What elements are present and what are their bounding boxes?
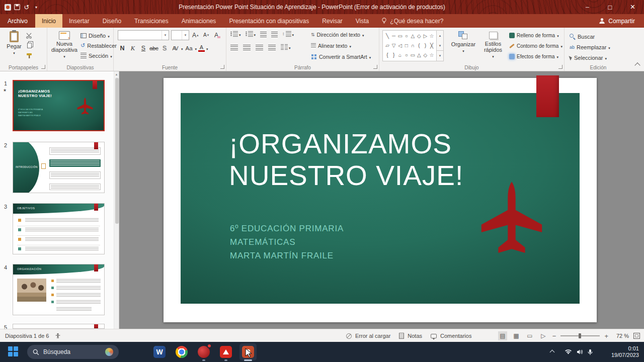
shape-line[interactable] (384, 32, 390, 40)
numbering-button[interactable] (246, 31, 256, 37)
tab-animaciones[interactable]: Animaciones (175, 14, 223, 28)
font-color-button[interactable]: A (198, 45, 205, 52)
shape-oval-2[interactable] (404, 51, 410, 59)
shape-diamond-2[interactable] (422, 51, 428, 59)
tray-chevron-icon[interactable] (549, 349, 554, 354)
clear-format-button[interactable]: A (214, 30, 218, 40)
shrink-font-button[interactable]: A▾ (203, 30, 209, 40)
shapes-gallery[interactable] (382, 30, 437, 61)
shapes-scroll-down[interactable] (437, 41, 443, 51)
tellme-search[interactable]: ¿Qué desea hacer? (375, 14, 449, 28)
scrollbar-up-arrow[interactable] (114, 71, 119, 77)
microphone-icon[interactable] (588, 349, 593, 355)
volume-icon[interactable] (577, 349, 583, 355)
zoom-out-button[interactable]: − (552, 332, 556, 340)
shape-paren-open[interactable] (416, 42, 422, 50)
grow-font-button[interactable]: A▴ (192, 30, 199, 40)
shape-arc[interactable] (410, 42, 416, 50)
load-error-text[interactable]: Error al cargar (355, 333, 390, 339)
maximize-button[interactable] (599, 0, 621, 14)
align-left-button[interactable] (230, 45, 238, 50)
slide-page[interactable]: ¡ORGANIZAMOS NUESTRO VIAJE! 6º EDUCACIÓN… (164, 78, 597, 322)
find-button[interactable]: Buscar (570, 32, 595, 41)
underline-button[interactable]: S (139, 43, 148, 53)
slide-thumbnail-3[interactable]: OBJETIVOS (13, 203, 105, 254)
tab-presentacion[interactable]: Presentación con diapositivas (222, 14, 315, 28)
change-case-button[interactable]: Aa (185, 43, 194, 53)
align-center-button[interactable] (243, 45, 251, 50)
normal-view-button[interactable] (498, 331, 507, 340)
new-slide-button[interactable]: * Nueva diapositiva (50, 30, 78, 59)
font-size-combo[interactable] (171, 30, 189, 40)
undo-icon[interactable] (23, 2, 31, 13)
wifi-icon[interactable] (565, 349, 572, 355)
save-icon[interactable] (13, 2, 21, 13)
slide-thumbnail-4[interactable]: ORGANIZACIÓN (13, 264, 105, 315)
taskbar-clock[interactable]: 0:01 19/07/2023 (611, 345, 639, 358)
shape-oval[interactable] (404, 32, 410, 40)
line-spacing-button[interactable] (282, 31, 294, 37)
font-name-caret[interactable] (162, 31, 169, 40)
airplane-icon[interactable] (476, 179, 547, 256)
word-taskbar-button[interactable] (151, 343, 168, 360)
shape-brace-close[interactable] (391, 51, 397, 59)
clipboard-dialog-launcher[interactable] (41, 65, 45, 69)
copy-button[interactable] (26, 41, 32, 50)
shape-star[interactable] (429, 32, 435, 40)
comments-button[interactable]: Comentarios (440, 333, 471, 339)
shape-brace-open[interactable] (384, 51, 390, 59)
columns-button[interactable] (281, 44, 291, 50)
decrease-indent-button[interactable] (260, 32, 267, 37)
slide-thumbnail-5[interactable] (13, 324, 105, 329)
italic-button[interactable]: K (128, 43, 137, 53)
shape-star-2[interactable] (429, 51, 435, 59)
chrome-taskbar-button[interactable] (173, 343, 190, 360)
slide-background[interactable]: ¡ORGANIZAMOS NUESTRO VIAJE! 6º EDUCACIÓN… (181, 93, 580, 304)
shape-paren-close[interactable] (422, 42, 428, 50)
shape-fill-button[interactable]: Relleno de forma (509, 31, 559, 40)
shapes-more-button[interactable] (437, 50, 443, 61)
section-button[interactable]: Sección (80, 51, 112, 60)
tab-archivo[interactable]: Archivo (0, 14, 35, 28)
shape-rect[interactable] (397, 32, 403, 40)
slide-canvas[interactable]: ¡ORGANIZAMOS NUESTRO VIAJE! 6º EDUCACIÓN… (120, 71, 644, 329)
shape-square[interactable] (404, 42, 410, 50)
shape-rect-2[interactable] (410, 51, 416, 59)
zoom-slider[interactable] (560, 335, 600, 336)
share-button[interactable]: Compartir (590, 14, 644, 28)
font-dialog-launcher[interactable] (220, 65, 224, 69)
shape-cross[interactable] (429, 42, 435, 50)
align-right-button[interactable] (256, 45, 263, 50)
minimize-button[interactable] (576, 0, 599, 14)
search-highlight-icon[interactable] (105, 348, 113, 356)
text-shadow-button[interactable]: S (160, 43, 169, 53)
fit-slide-button[interactable] (633, 333, 640, 339)
reading-view-button[interactable] (525, 331, 534, 340)
text-direction-button[interactable]: Dirección del texto (311, 30, 364, 39)
replace-button[interactable]: Reemplazar (570, 42, 610, 52)
bullets-button[interactable] (230, 31, 241, 37)
strikethrough-button[interactable]: abc (149, 43, 158, 53)
tab-diseno[interactable]: Diseño (96, 14, 128, 28)
zoom-in-button[interactable]: + (604, 332, 608, 340)
slide-sorter-view-button[interactable] (512, 331, 521, 340)
shape-triangle-2[interactable] (416, 51, 422, 59)
shape-triangle-down[interactable] (391, 42, 397, 50)
format-painter-button[interactable] (26, 51, 33, 60)
shape-hline[interactable] (391, 32, 397, 40)
notes-button[interactable]: Notas (408, 333, 422, 339)
accessibility-icon[interactable] (55, 333, 61, 339)
font-size-caret[interactable] (182, 31, 189, 40)
align-text-button[interactable]: Alinear texto (311, 41, 351, 50)
acrobat-taskbar-button[interactable] (217, 343, 234, 360)
app-icon[interactable] (4, 2, 12, 13)
character-spacing-button[interactable]: AV (171, 43, 180, 53)
tab-transiciones[interactable]: Transiciones (128, 14, 175, 28)
slide-title[interactable]: ¡ORGANIZAMOS NUESTRO VIAJE! (229, 128, 463, 192)
shape-outline-button[interactable]: Contorno de forma (509, 41, 562, 51)
shape-arrow[interactable] (422, 32, 428, 40)
font-name-combo[interactable] (118, 30, 169, 40)
justify-button[interactable] (268, 45, 276, 50)
scrollbar-thumb[interactable] (115, 78, 119, 224)
shape-triangle[interactable] (410, 32, 416, 40)
